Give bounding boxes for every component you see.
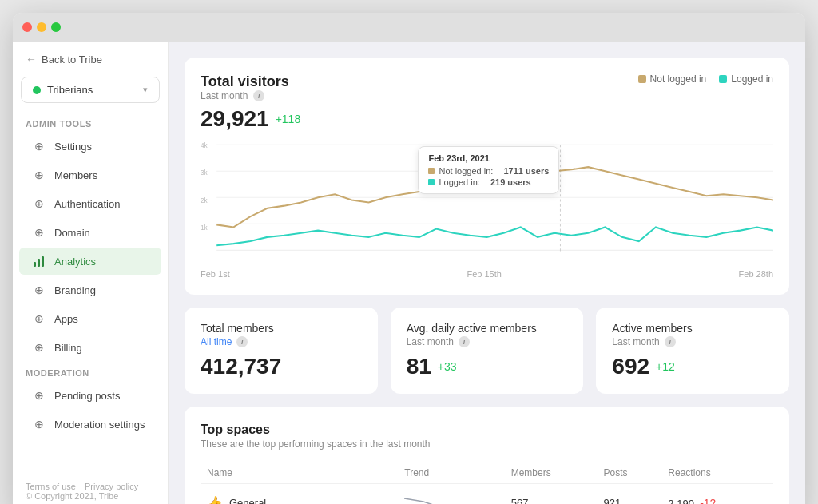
sidebar-item-moderation-settings[interactable]: ⊕ Moderation settings — [19, 411, 161, 438]
sidebar-item-analytics[interactable]: Analytics — [19, 248, 161, 275]
svg-text:3k: 3k — [201, 169, 208, 177]
branding-icon: ⊕ — [32, 283, 46, 297]
legend-logged-label: Logged in — [731, 73, 773, 85]
back-to-tribe-link[interactable]: ← Back to Tribe — [13, 42, 168, 77]
space-emoji-general: 👍 — [207, 495, 223, 504]
minimize-button[interactable] — [37, 22, 46, 32]
space-members-general: 567 — [505, 484, 598, 505]
app-window: ← Back to Tribe Triberians ▾ Admin tools… — [13, 13, 805, 504]
stat-total-members: Total members All time i 412,737 — [185, 308, 378, 394]
settings-icon: ⊕ — [32, 139, 46, 153]
tribe-selector[interactable]: Triberians ▾ — [21, 77, 160, 103]
moderation-settings-icon: ⊕ — [32, 417, 46, 431]
stat-change-active-members: +12 — [656, 360, 675, 373]
sidebar-item-billing[interactable]: ⊕ Billing — [19, 334, 161, 361]
top-spaces-title: Top spaces — [201, 423, 773, 437]
sidebar-footer: Terms of use Privacy policy © Copyright … — [13, 475, 168, 504]
sidebar-item-settings[interactable]: ⊕ Settings — [19, 133, 161, 160]
sidebar-label-domain: Domain — [54, 227, 90, 239]
col-members: Members — [505, 462, 598, 484]
members-icon: ⊕ — [32, 168, 46, 182]
legend-not-logged: Not logged in — [638, 73, 707, 85]
sidebar-label-settings: Settings — [54, 141, 92, 153]
legend-logged-dot — [719, 75, 727, 83]
space-reactions-general: 2,190 -12 — [661, 484, 773, 505]
stat-value-avg-daily: 81 +33 — [407, 354, 568, 379]
stat-active-members: Active members Last month i 692 +12 — [596, 308, 789, 394]
apps-icon: ⊕ — [32, 312, 46, 326]
copyright: © Copyright 2021, Tribe — [26, 491, 155, 501]
x-label-end: Feb 28th — [739, 269, 773, 279]
titlebar — [13, 13, 805, 42]
col-trend: Trend — [398, 462, 504, 484]
sidebar-item-pending-posts[interactable]: ⊕ Pending posts — [19, 382, 161, 409]
space-label-general: General — [229, 497, 266, 504]
stat-value-active-members: 692 +12 — [612, 354, 773, 379]
sidebar-label-members: Members — [54, 169, 97, 181]
legend-not-logged-label: Not logged in — [650, 73, 707, 85]
chart-period-info-icon[interactable]: i — [253, 90, 264, 101]
svg-rect-1 — [38, 259, 40, 267]
privacy-policy-link[interactable]: Privacy policy — [85, 482, 138, 491]
sidebar-label-pending-posts: Pending posts — [54, 390, 120, 402]
space-trend-general — [398, 484, 504, 505]
stat-period-info-icon-1[interactable]: i — [459, 336, 470, 347]
legend-not-logged-dot — [638, 75, 646, 83]
sidebar-label-analytics: Analytics — [54, 256, 96, 268]
chart-title: Total visitors — [201, 73, 300, 90]
main-content: Total visitors Last month i 29,921 +118 — [169, 42, 805, 504]
sidebar-label-apps: Apps — [54, 313, 78, 325]
sidebar-label-moderation-settings: Moderation settings — [54, 419, 145, 431]
pending-posts-icon: ⊕ — [32, 388, 46, 403]
terms-of-use-link[interactable]: Terms of use — [26, 482, 76, 491]
svg-rect-2 — [42, 256, 44, 267]
space-name-general: 👍 General — [201, 484, 398, 505]
x-label-start: Feb 1st — [201, 269, 230, 279]
sidebar-item-branding[interactable]: ⊕ Branding — [19, 276, 161, 304]
sidebar-item-domain[interactable]: ⊕ Domain — [19, 219, 161, 246]
stat-title-total-members: Total members — [201, 322, 362, 335]
visitors-chart-card: Total visitors Last month i 29,921 +118 — [185, 58, 789, 295]
col-name: Name — [201, 462, 398, 484]
chart-legend: Not logged in Logged in — [638, 73, 773, 85]
chart-period: Last month i — [201, 90, 300, 101]
chart-svg: 4k 3k 2k 1k — [201, 138, 773, 266]
authentication-icon: ⊕ — [32, 196, 46, 211]
moderation-label: Moderation — [13, 362, 168, 381]
svg-text:2k: 2k — [201, 196, 208, 204]
legend-logged: Logged in — [719, 73, 773, 85]
stat-period-total-members: All time i — [201, 336, 362, 347]
sidebar-item-apps[interactable]: ⊕ Apps — [19, 305, 161, 332]
stat-period-active-members: Last month i — [612, 336, 773, 347]
stat-avg-daily: Avg. daily active members Last month i 8… — [391, 308, 584, 394]
close-button[interactable] — [22, 22, 32, 32]
sidebar-item-members[interactable]: ⊕ Members — [19, 161, 161, 189]
tribe-name: Triberians — [47, 84, 137, 96]
stat-period-info-icon-0[interactable]: i — [236, 336, 248, 347]
stat-period-avg-daily: Last month i — [407, 336, 568, 347]
col-posts: Posts — [598, 462, 662, 484]
stat-value-total-members: 412,737 — [201, 354, 362, 379]
domain-icon: ⊕ — [32, 225, 46, 240]
back-label: Back to Tribe — [42, 54, 102, 65]
stat-change-avg-daily: +33 — [438, 360, 457, 373]
sidebar: ← Back to Tribe Triberians ▾ Admin tools… — [13, 42, 169, 504]
tribe-status-dot — [33, 86, 41, 94]
trend-svg-general — [404, 492, 452, 504]
sidebar-label-billing: Billing — [54, 342, 82, 354]
col-reactions: Reactions — [661, 462, 773, 484]
table-header-row: Name Trend Members Posts Reactions — [201, 462, 773, 484]
x-label-mid: Feb 15th — [467, 269, 501, 279]
stat-period-info-icon-2[interactable]: i — [665, 336, 676, 347]
stats-row: Total members All time i 412,737 Avg. da… — [185, 308, 789, 394]
stat-title-avg-daily: Avg. daily active members — [407, 322, 568, 335]
spaces-table: Name Trend Members Posts Reactions — [201, 462, 773, 504]
table-row: 👍 General 567 921 — [201, 484, 773, 505]
maximize-button[interactable] — [51, 22, 61, 32]
sidebar-item-authentication[interactable]: ⊕ Authentication — [19, 190, 161, 217]
chart-value: 29,921 +118 — [201, 106, 300, 132]
billing-icon: ⊕ — [32, 340, 46, 355]
chevron-down-icon: ▾ — [143, 85, 148, 95]
chart-area: 4k 3k 2k 1k — [201, 138, 773, 266]
top-spaces-card: Top spaces These are the top performing … — [185, 407, 789, 504]
